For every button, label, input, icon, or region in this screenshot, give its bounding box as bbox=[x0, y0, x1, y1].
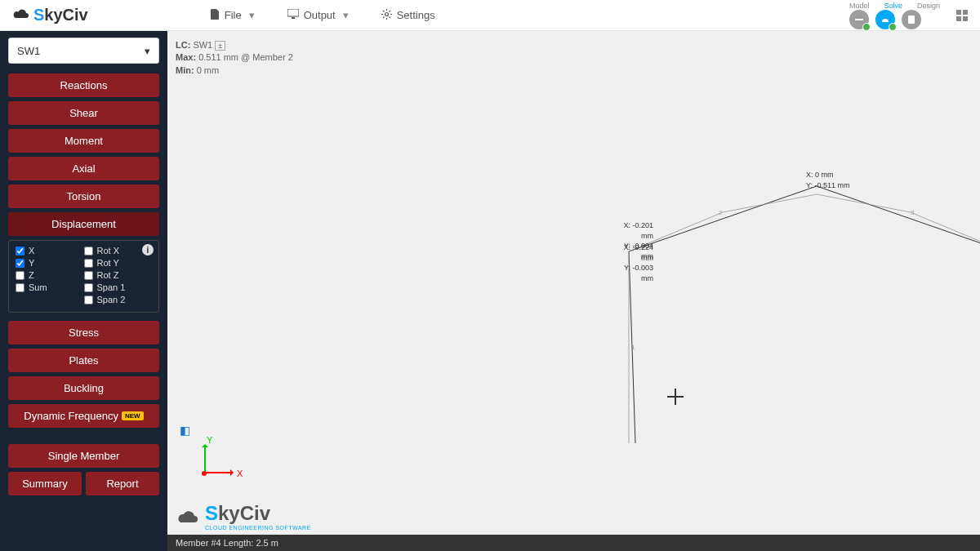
reactions-button[interactable]: Reactions bbox=[8, 73, 159, 97]
settings-menu[interactable]: Settings bbox=[381, 9, 435, 22]
watermark: SkyCiv CLOUD ENGINEERING SOFTWARE bbox=[176, 502, 311, 531]
load-case-value: SW1 bbox=[17, 45, 40, 57]
x-axis-label: X bbox=[237, 469, 243, 478]
cloud-icon bbox=[176, 508, 200, 526]
displacement-options: i X Y Z Sum Rot X Rot Y Rot Z Span 1 Spa… bbox=[8, 240, 159, 313]
top-menu: File Output Settings bbox=[211, 9, 435, 22]
displacement-button[interactable]: Displacement bbox=[8, 212, 159, 236]
canvas[interactable]: LC: SW1 ± Max: 0.511 mm @ Member 2 Min: … bbox=[167, 31, 980, 551]
chevron-down-icon: ▾ bbox=[145, 45, 150, 57]
file-label: File bbox=[225, 9, 242, 21]
view-cube-icon[interactable]: ◧ bbox=[180, 424, 190, 437]
plates-button[interactable]: Plates bbox=[8, 349, 159, 372]
disp-span2-checkbox[interactable]: Span 2 bbox=[84, 295, 153, 304]
lc-info: LC: SW1 ± Max: 0.511 mm @ Member 2 Min: … bbox=[176, 39, 293, 77]
design-stage-button[interactable] bbox=[902, 10, 921, 29]
apps-icon[interactable] bbox=[956, 10, 968, 21]
new-badge: NEW bbox=[122, 411, 144, 420]
svg-rect-3 bbox=[855, 19, 863, 20]
axis-origin bbox=[202, 471, 207, 476]
stress-button[interactable]: Stress bbox=[8, 321, 159, 344]
moment-button[interactable]: Moment bbox=[8, 129, 159, 153]
buckling-button[interactable]: Buckling bbox=[8, 376, 159, 400]
output-menu[interactable]: Output bbox=[287, 9, 349, 22]
stage-model-label: Model bbox=[849, 2, 870, 10]
axial-button[interactable]: Axial bbox=[8, 157, 159, 180]
x-axis bbox=[204, 472, 233, 473]
top-bar: SkyCiv File Output Settings Model Solve bbox=[0, 0, 980, 31]
disp-x-checkbox[interactable]: X bbox=[16, 246, 84, 256]
output-label: Output bbox=[304, 9, 336, 21]
svg-rect-0 bbox=[287, 9, 299, 16]
status-bar: Member #4 Length: 2.5 m bbox=[167, 535, 980, 551]
logo: SkyCiv bbox=[12, 6, 88, 24]
torsion-button[interactable]: Torsion bbox=[8, 184, 159, 208]
status-text: Member #4 Length: 2.5 m bbox=[176, 538, 278, 548]
disp-span1-checkbox[interactable]: Span 1 bbox=[84, 282, 153, 292]
model-stage-button[interactable] bbox=[849, 10, 869, 29]
check-icon bbox=[862, 23, 871, 31]
settings-label: Settings bbox=[397, 9, 435, 21]
main: SW1 ▾ Reactions Shear Moment Axial Torsi… bbox=[0, 31, 980, 551]
svg-text:1: 1 bbox=[631, 344, 635, 351]
disp-y-checkbox[interactable]: Y bbox=[16, 258, 84, 268]
dynamic-frequency-button[interactable]: Dynamic Frequency NEW bbox=[8, 404, 159, 428]
svg-text:3: 3 bbox=[911, 209, 915, 216]
file-menu[interactable]: File bbox=[211, 9, 255, 22]
summary-button[interactable]: Summary bbox=[8, 472, 82, 495]
crosshair-cursor bbox=[667, 389, 684, 405]
brand-text: kyCiv bbox=[44, 6, 87, 24]
svg-text:2: 2 bbox=[719, 209, 723, 216]
file-icon bbox=[211, 9, 220, 22]
top-right: Model Solve Design bbox=[849, 2, 968, 29]
shear-button[interactable]: Shear bbox=[8, 101, 159, 125]
top-node-labels: X: 0 mm Y: -0.511 mm bbox=[806, 170, 850, 190]
disp-roty-checkbox[interactable]: Rot Y bbox=[84, 258, 153, 268]
info-icon[interactable]: i bbox=[142, 244, 154, 256]
y-axis bbox=[204, 445, 206, 473]
disp-rotz-checkbox[interactable]: Rot Z bbox=[84, 270, 153, 280]
svg-point-2 bbox=[385, 12, 388, 16]
svg-rect-4 bbox=[908, 16, 915, 24]
load-case-select[interactable]: SW1 ▾ bbox=[8, 38, 159, 64]
disp-sum-checkbox[interactable]: Sum bbox=[16, 282, 84, 292]
disp-z-checkbox[interactable]: Z bbox=[16, 270, 84, 280]
solve-stage-button[interactable] bbox=[875, 10, 895, 29]
single-member-button[interactable]: Single Member bbox=[8, 444, 159, 468]
svg-rect-1 bbox=[292, 17, 295, 19]
stage-solve-label: Solve bbox=[884, 2, 902, 10]
y-axis-label: Y bbox=[207, 435, 212, 445]
stage-design-label: Design bbox=[917, 2, 940, 10]
cloud-icon bbox=[12, 6, 30, 24]
stage-nav: Model Solve Design bbox=[849, 2, 940, 29]
gear-icon bbox=[381, 9, 392, 22]
check-icon bbox=[889, 23, 897, 31]
watermark-tagline: CLOUD ENGINEERING SOFTWARE bbox=[205, 525, 311, 531]
report-button[interactable]: Report bbox=[86, 472, 159, 495]
left-lower-labels: X: -0.224 mm Y: -0.003 mm bbox=[612, 242, 653, 283]
monitor-icon bbox=[287, 9, 299, 21]
sidebar: SW1 ▾ Reactions Shear Moment Axial Torsi… bbox=[0, 31, 167, 551]
